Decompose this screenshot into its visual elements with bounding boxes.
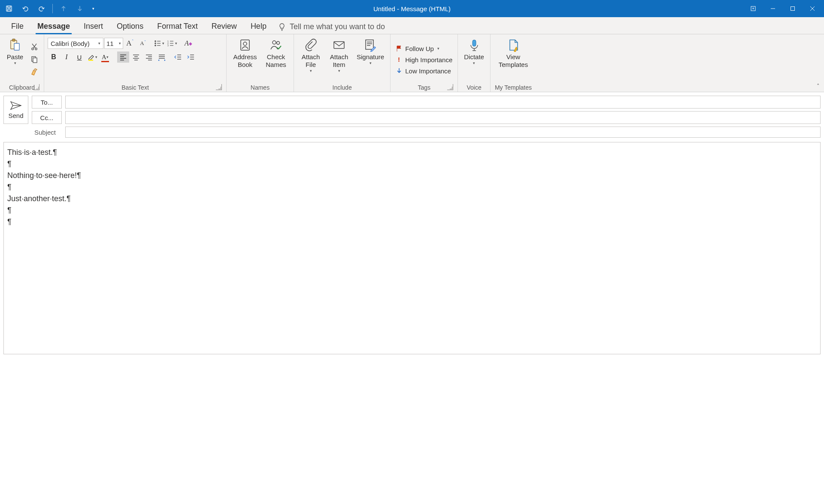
copy-button[interactable] [28, 54, 40, 65]
text-highlight-button[interactable]: ▾ [86, 51, 98, 63]
paste-button[interactable]: Paste ▾ [3, 36, 27, 66]
grow-font-button[interactable]: A˄ [124, 38, 136, 49]
svg-point-18 [243, 42, 247, 45]
clipboard-launcher[interactable] [33, 84, 39, 90]
view-templates-button[interactable]: View Templates [494, 36, 533, 69]
group-label-basic-text: Basic Text [121, 84, 149, 91]
quick-access-toolbar: ▾ [2, 0, 97, 17]
view-templates-icon [506, 38, 520, 52]
signature-label: Signature [357, 53, 384, 61]
subject-label: Subject [32, 129, 62, 136]
group-label-voice: Voice [461, 82, 487, 92]
address-book-label: Address Book [233, 53, 258, 69]
dictate-button[interactable]: Dictate ▾ [461, 36, 487, 66]
tell-me-placeholder: Tell me what you want to do [290, 22, 385, 31]
low-importance-button[interactable]: Low Importance [394, 66, 454, 75]
tab-options[interactable]: Options [110, 18, 150, 34]
underline-button[interactable]: U [73, 51, 85, 63]
tab-format-text[interactable]: Format Text [150, 18, 205, 34]
previous-item-button[interactable] [56, 0, 71, 17]
close-button[interactable] [803, 0, 822, 17]
undo-button[interactable] [18, 0, 33, 17]
align-left-icon [119, 53, 127, 61]
font-name-combo[interactable]: Calibri (Body)▾ [48, 38, 103, 49]
save-button[interactable] [2, 0, 16, 17]
svg-rect-4 [12, 39, 15, 41]
align-justify-icon [158, 53, 166, 61]
high-importance-button[interactable]: ! High Importance [394, 55, 454, 64]
dictate-label: Dictate [464, 53, 484, 61]
body-line: ¶ [7, 181, 817, 193]
svg-point-20 [277, 42, 280, 45]
svg-rect-5 [14, 43, 19, 50]
to-button[interactable]: To... [32, 96, 62, 109]
basic-text-launcher[interactable] [216, 84, 222, 90]
tab-file[interactable]: File [4, 18, 30, 34]
align-left-button[interactable] [117, 51, 129, 63]
high-importance-icon: ! [396, 56, 403, 63]
cut-icon [30, 43, 38, 51]
check-names-button[interactable]: Check Names [262, 36, 290, 69]
ribbon: Paste ▾ Clipboard Calibri (Body)▾ 11▾ A˄… [0, 34, 824, 92]
message-body-editor[interactable]: This·is·a·test.¶ ¶ Nothing·to·see·here!¶… [3, 142, 821, 354]
to-input[interactable] [65, 96, 821, 109]
ribbon-display-options-button[interactable] [743, 0, 763, 17]
next-item-button[interactable] [73, 0, 87, 17]
body-line: ¶ [7, 158, 817, 170]
group-clipboard: Paste ▾ Clipboard [0, 34, 44, 92]
tab-help[interactable]: Help [244, 18, 273, 34]
follow-up-button[interactable]: Follow Up▾ [394, 44, 454, 53]
body-line: ¶ [7, 205, 817, 216]
align-center-button[interactable] [130, 51, 142, 63]
qat-customize-button[interactable]: ▾ [89, 0, 97, 17]
italic-button[interactable]: I [61, 51, 73, 63]
tags-launcher[interactable] [447, 84, 453, 90]
svg-point-10 [155, 41, 156, 42]
clear-formatting-button[interactable]: A◆ [182, 38, 194, 49]
minimize-button[interactable] [763, 0, 783, 17]
svg-point-7 [35, 48, 37, 50]
subject-input[interactable] [65, 127, 821, 138]
bullets-button[interactable]: ▾ [153, 38, 165, 49]
svg-point-19 [273, 41, 276, 44]
tab-message[interactable]: Message [30, 18, 77, 34]
cc-button[interactable]: Cc... [32, 111, 62, 124]
bullets-icon [154, 39, 162, 47]
svg-rect-21 [334, 42, 344, 48]
view-templates-label: View Templates [497, 53, 530, 69]
svg-point-11 [155, 43, 156, 44]
group-label-include: Include [297, 82, 387, 92]
cut-button[interactable] [28, 41, 40, 52]
font-size-combo[interactable]: 11▾ [104, 38, 123, 49]
attach-file-button[interactable]: Attach File ▾ [297, 36, 324, 73]
group-include: Attach File ▾ Attach Item ▾ Signature ▾ … [294, 34, 391, 92]
attach-item-button[interactable]: Attach Item ▾ [326, 36, 352, 73]
font-color-button[interactable]: A▾ [99, 51, 111, 63]
justify-button[interactable] [156, 51, 168, 63]
tell-me-search[interactable]: Tell me what you want to do [273, 20, 389, 34]
increase-indent-button[interactable] [185, 51, 197, 63]
check-names-icon [269, 38, 283, 52]
decrease-indent-button[interactable] [172, 51, 184, 63]
group-names: Address Book Check Names Names [227, 34, 294, 92]
check-names-label: Check Names [264, 53, 288, 69]
format-painter-button[interactable] [28, 66, 40, 77]
svg-point-6 [32, 48, 33, 50]
redo-button[interactable] [34, 0, 49, 17]
flag-icon [396, 45, 403, 52]
tab-review[interactable]: Review [205, 18, 244, 34]
group-basic-text: Calibri (Body)▾ 11▾ A˄ A˅ ▾ 123▾ A◆ B I … [44, 34, 227, 92]
maximize-button[interactable] [783, 0, 803, 17]
align-right-button[interactable] [143, 51, 155, 63]
tab-insert[interactable]: Insert [77, 18, 110, 34]
numbering-button[interactable]: 123▾ [166, 38, 178, 49]
paste-icon [8, 38, 22, 52]
shrink-font-button[interactable]: A˅ [137, 38, 149, 49]
body-line: Just·another·test.¶ [7, 193, 817, 205]
address-book-button[interactable]: Address Book [230, 36, 260, 69]
bold-button[interactable]: B [48, 51, 60, 63]
collapse-ribbon-button[interactable]: ˄ [817, 83, 820, 89]
send-button[interactable]: Send [3, 96, 28, 124]
cc-input[interactable] [65, 111, 821, 124]
signature-button[interactable]: Signature ▾ [354, 36, 387, 66]
